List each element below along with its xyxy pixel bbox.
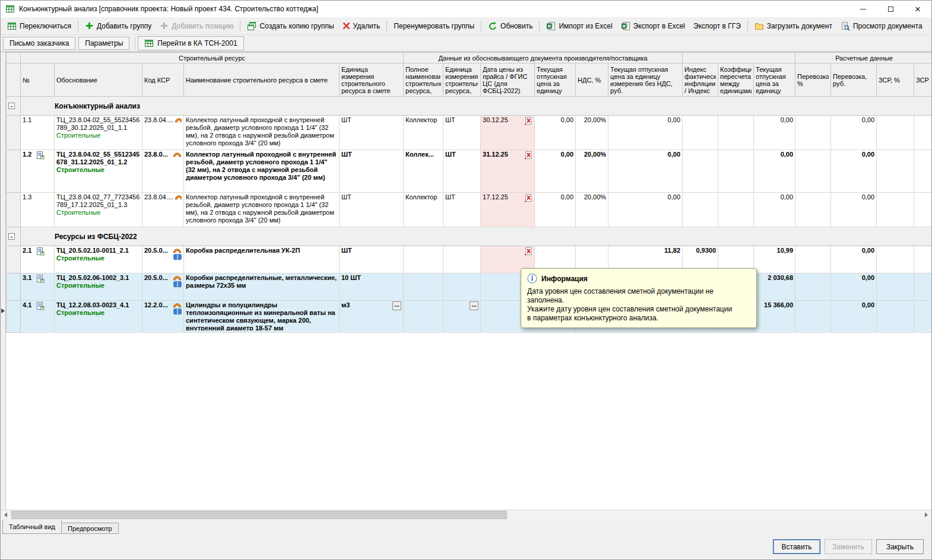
collapse-button[interactable] [8,103,15,109]
toolbar-button-switch[interactable]: Переключиться [3,19,75,33]
excel-warning-icon[interactable] [524,247,532,256]
cell-transport-rub[interactable]: 0,00 [831,301,877,333]
group-row[interactable]: Конъюнктурный анализ [7,97,932,116]
cell-resource-name[interactable]: Цилиндры и полуцилиндры теплоизоляционны… [184,301,340,333]
cell-resource-unit[interactable]: ШТ [340,116,404,150]
cell-inflation-index[interactable] [683,193,718,227]
cell-transport-rub[interactable]: 0,00 [831,273,877,301]
cell-transport-pct[interactable] [795,193,831,227]
cell-resource-name[interactable]: Коробка распределительная УК-2П [184,246,340,273]
cell-zsr-pct[interactable] [877,193,914,227]
cell-zsr[interactable] [914,246,931,273]
cell-ksr-code[interactable]: 23.8.0... [142,150,184,193]
cell-full-name[interactable] [404,301,443,333]
cell-resource-name[interactable]: Коробки распределительные, металлические… [184,273,340,301]
cell-justification[interactable]: ТЦ_12.2.08.03-0023_4.1Строительные [55,301,142,333]
toolbar-button-import-excel[interactable]: Импорт из Excel [542,19,616,33]
cell-zsr[interactable] [914,116,931,150]
cell-full-name[interactable]: Коллектор [404,116,443,150]
cell-resource-unit[interactable]: ШТ [340,150,404,193]
cell-zsr[interactable] [914,273,931,301]
cell-ksr-code[interactable]: 12.2.0... [142,301,184,333]
cell-zsr-pct[interactable] [877,116,914,150]
cell-zsr-pct[interactable] [877,273,914,301]
cell-doc-unit[interactable] [443,273,481,301]
cell-zsr-pct[interactable] [877,246,914,273]
minimize-button[interactable] [849,1,877,17]
cell-resource-unit[interactable]: ШТ [340,246,404,273]
toolbar-button-goto-ka-tsn[interactable]: Перейти в КА ТСН-2001 [138,36,243,50]
cell-justification[interactable]: ТЦ_20.5.02.10-0011_2.1Строительные [55,246,142,273]
cell-doc-unit[interactable]: ШТ [443,193,481,227]
group-row-label[interactable]: Ресурсы из ФСБЦ-2022 [21,227,932,246]
cell-doc-unit[interactable] [443,246,481,273]
toolbar-button-parameters[interactable]: Параметры [78,37,129,50]
cell-vat[interactable]: 20,00% [576,150,608,193]
cell-current-price-per-unit[interactable]: 2 030,68 [754,273,795,301]
cell-inflation-index[interactable] [683,150,718,193]
cell-justification[interactable]: ТЦ_20.5.02.06-1002_3.1Строительные [55,273,142,301]
cell-resource-unit[interactable]: ШТ [340,193,404,227]
toolbar-button-export-excel[interactable]: Экспорт в Excel [617,19,689,33]
toolbar-button-load-document[interactable]: Загрузить документ [750,19,836,33]
cell-zsr[interactable] [914,193,931,227]
cell-price-no-vat[interactable]: 0,00 [608,193,683,227]
cell-inflation-index[interactable] [683,116,718,150]
cell-num[interactable]: 2.1 [21,246,55,273]
close-button[interactable]: Закрыть [876,539,924,554]
cell-doc-unit[interactable]: ШТ [443,150,481,193]
cell-price-date[interactable]: 31.12.25 [481,150,535,193]
cell-resource-unit[interactable]: м3 [340,301,404,333]
cell-resource-name[interactable]: Коллектор латунный проходной с внутренне… [184,193,340,227]
toolbar-button-renumber[interactable]: Перенумеровать группы [389,20,478,33]
cell-vat[interactable]: 20,00% [576,193,608,227]
cell-transport-pct[interactable] [795,273,831,301]
cell-price-date[interactable]: 30.12.25 [481,116,535,150]
data-row[interactable]: 1.2ТЦ_23.8.04.02_55_5512345678_31.12.202… [7,150,932,193]
cell-zsr-pct[interactable] [877,150,914,193]
scroll-right-arrow[interactable] [921,510,931,520]
cell-conversion-coef[interactable] [718,193,754,227]
cell-full-name[interactable] [404,273,443,301]
toolbar-button-customer-letter[interactable]: Письмо заказчика [3,37,75,50]
cell-current-price[interactable]: 0,00 [535,116,576,150]
cell-doc-unit[interactable]: ШТ [443,116,481,150]
collapse-button[interactable] [8,233,15,240]
cell-current-price-per-unit[interactable]: 10,99 [754,246,795,273]
cell-transport-pct[interactable] [795,150,831,193]
toolbar-button-export-gge[interactable]: Экспорт в ГГЭ [689,20,745,33]
data-row[interactable]: 1.3ТЦ_23.8.04.02_77_7723456789_17.12.202… [7,193,932,227]
cell-current-price-per-unit[interactable]: 15 366,00 [754,301,795,333]
cell-current-price-per-unit[interactable]: 0,00 [754,193,795,227]
group-row-label[interactable]: Конъюнктурный анализ [21,97,932,116]
cell-zsr[interactable] [914,150,931,193]
data-row[interactable]: 2.1ТЦ_20.5.02.10-0011_2.1Строительные20.… [7,246,932,273]
cell-resource-unit[interactable]: 10 ШТ [340,273,404,301]
toolbar-button-add-group[interactable]: Добавить группу [81,19,156,33]
cell-transport-pct[interactable] [795,116,831,150]
cell-price-date[interactable]: 17.12.25 [481,193,535,227]
data-row[interactable]: 3.1ТЦ_20.5.02.06-1002_3.1Строительные20.… [7,273,932,301]
cell-full-name[interactable] [404,246,443,273]
cell-transport-rub[interactable]: 0,00 [831,193,877,227]
cell-current-price[interactable]: 0,00 [535,150,576,193]
horizontal-scrollbar[interactable] [1,510,931,520]
excel-warning-icon[interactable] [524,116,532,125]
cell-price-no-vat[interactable]: 0,00 [608,116,683,150]
cell-ksr-code[interactable]: 20.5.0... [142,246,184,273]
cell-zsr-pct[interactable] [877,301,914,333]
cell-num[interactable]: 1.3 [21,193,55,227]
cell-justification[interactable]: ТЦ_23.8.04.02_55_5512345678_31.12.2025_0… [55,150,142,193]
cell-doc-unit[interactable] [443,301,481,333]
toolbar-button-refresh[interactable]: Обновить [484,19,537,33]
insert-button[interactable]: Вставить [773,539,820,554]
cell-transport-rub[interactable]: 0,00 [831,116,877,150]
excel-warning-icon[interactable] [524,193,532,202]
cell-conversion-coef[interactable] [718,116,754,150]
toolbar-button-view-document[interactable]: Просмотр документа [836,19,927,33]
cell-current-price[interactable]: 0,00 [535,193,576,227]
cell-ksr-code[interactable]: 23.8.04.... [142,116,184,150]
scroll-left-arrow[interactable] [1,510,11,520]
tab-table-view[interactable]: Табличный вид [2,520,62,534]
cell-full-name[interactable]: Коллектор [404,193,443,227]
